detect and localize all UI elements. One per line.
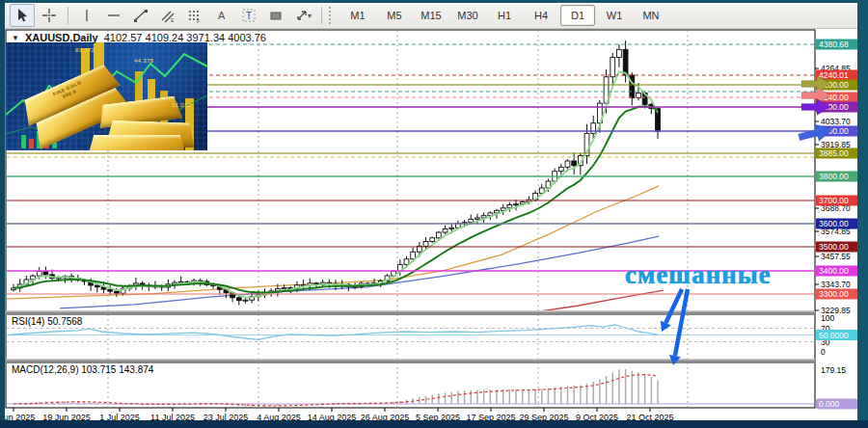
svg-text:E: E bbox=[171, 17, 175, 23]
text-label-tool-icon: T bbox=[241, 8, 257, 23]
fibonacci-tool-button[interactable]: F bbox=[182, 4, 207, 27]
macd-label: MACD(12,26,9) 103.715 143.874 bbox=[12, 364, 154, 375]
shapes-tool-button[interactable] bbox=[263, 4, 288, 27]
timeframe-m1-button[interactable]: M1 bbox=[340, 5, 375, 26]
svg-text:4033.70: 4033.70 bbox=[821, 117, 851, 126]
vertical-line-tool-button[interactable] bbox=[74, 4, 99, 27]
arrows-tool-button[interactable]: ▾ bbox=[290, 4, 315, 27]
svg-text:3500.00: 3500.00 bbox=[819, 242, 849, 252]
svg-text:4240.01: 4240.01 bbox=[819, 70, 849, 80]
horizontal-line-tool-icon bbox=[106, 8, 122, 23]
text-tool-icon: A bbox=[214, 8, 230, 23]
svg-text:3457.55: 3457.55 bbox=[821, 252, 851, 261]
toolbar: EFAT▾M1M5M15M30H1H4D1W1MN bbox=[5, 3, 857, 29]
svg-text:100: 100 bbox=[821, 313, 834, 323]
svg-text:3300.00: 3300.00 bbox=[819, 289, 849, 299]
crosshair-tool-button[interactable] bbox=[37, 4, 62, 27]
timeframe-h4-button[interactable]: H4 bbox=[524, 5, 558, 26]
pointer-tool-icon bbox=[14, 8, 30, 23]
svg-text:0: 0 bbox=[821, 347, 826, 357]
timeframe-w1-button[interactable]: W1 bbox=[597, 5, 632, 26]
svg-text:179.15: 179.15 bbox=[821, 365, 846, 375]
symbol-collapse-icon[interactable]: ▼ bbox=[12, 34, 19, 42]
timeframe-m15-button[interactable]: M15 bbox=[414, 5, 448, 26]
svg-text:F: F bbox=[197, 18, 200, 23]
timeframe-mn-button[interactable]: MN bbox=[634, 5, 668, 26]
trendline-tool-icon bbox=[133, 8, 149, 23]
annotation-text: смешанные bbox=[625, 260, 772, 290]
photo-number: 44.378 bbox=[134, 58, 153, 64]
equidistant-channel-tool-icon: E bbox=[160, 8, 176, 23]
vertical-line-tool-icon bbox=[79, 8, 95, 23]
window-border-right bbox=[857, 0, 868, 428]
fibonacci-tool-icon: F bbox=[187, 8, 203, 23]
svg-text:3600.00: 3600.00 bbox=[819, 219, 849, 228]
text-label-tool-button[interactable]: T bbox=[236, 4, 261, 27]
window-border-left bbox=[0, 0, 5, 428]
rsi-label: RSI(14) 50.7568 bbox=[12, 316, 83, 327]
window-border-top bbox=[0, 0, 868, 3]
gold-ingot bbox=[87, 135, 187, 150]
svg-text:50.0000: 50.0000 bbox=[819, 331, 849, 340]
svg-text:T: T bbox=[246, 11, 252, 21]
toolbar-grip[interactable] bbox=[329, 7, 336, 24]
photo-number: 31.012 bbox=[172, 102, 191, 108]
svg-text:4380.68: 4380.68 bbox=[819, 40, 849, 49]
horizontal-line-tool-button[interactable] bbox=[101, 4, 126, 27]
svg-text:3885.00: 3885.00 bbox=[819, 148, 849, 158]
window-border-bottom bbox=[0, 420, 868, 428]
shapes-tool-icon bbox=[268, 8, 284, 23]
svg-text:3800.00: 3800.00 bbox=[819, 172, 849, 181]
chart-title: ▼ XAUUSD,Daily 4102.57 4109.24 3971.34 4… bbox=[12, 32, 266, 43]
svg-text:3343.70: 3343.70 bbox=[821, 280, 851, 289]
svg-text:3400.00: 3400.00 bbox=[819, 266, 849, 276]
crosshair-tool-icon bbox=[41, 8, 57, 23]
timeframe-d1-button[interactable]: D1 bbox=[560, 5, 595, 26]
svg-text:A: A bbox=[218, 10, 226, 21]
timeframe-m5-button[interactable]: M5 bbox=[377, 5, 412, 26]
trading-terminal-window: EFAT▾M1M5M15M30H1H4D1W1MN 4264.854033.70… bbox=[0, 0, 868, 428]
gold-bars-photo: 83.772 44.378 31.012 FINE GOLD999.9 bbox=[6, 42, 207, 150]
svg-text:3700.00: 3700.00 bbox=[819, 196, 849, 205]
timeframe-m30-button[interactable]: M30 bbox=[450, 5, 485, 26]
equidistant-channel-tool-button[interactable]: E bbox=[155, 4, 180, 27]
toolbar-separator bbox=[68, 7, 68, 24]
timeframe-h1-button[interactable]: H1 bbox=[487, 5, 522, 26]
trendline-tool-button[interactable] bbox=[128, 4, 153, 27]
ohlc-values: 4102.57 4109.24 3971.34 4003.76 bbox=[104, 32, 266, 43]
pointer-tool-button[interactable] bbox=[10, 4, 35, 27]
dropdown-caret-icon[interactable]: ▾ bbox=[308, 12, 312, 20]
text-tool-button[interactable]: A bbox=[209, 4, 234, 27]
photo-number: 83.772 bbox=[75, 47, 95, 53]
svg-text:0.000: 0.000 bbox=[819, 399, 840, 409]
symbol-period-label: XAUUSD,Daily bbox=[25, 32, 98, 43]
toolbar-separator bbox=[321, 7, 322, 24]
